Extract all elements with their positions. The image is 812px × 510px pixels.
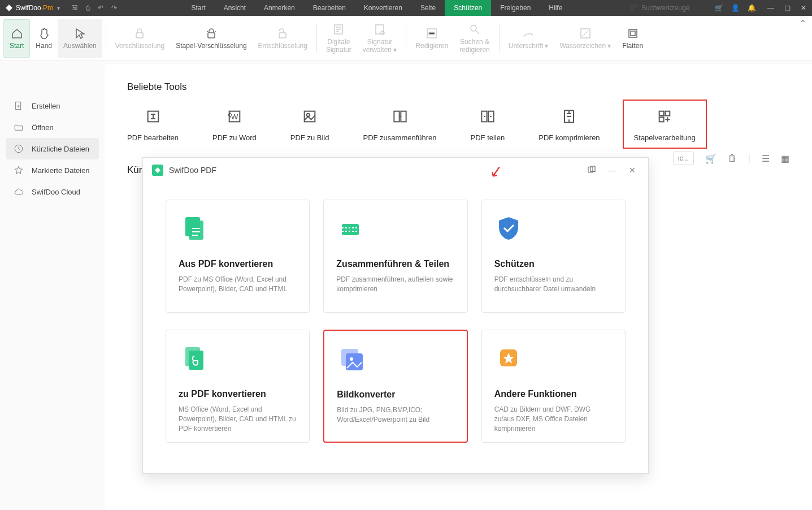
svg-rect-3 [136, 33, 143, 38]
split-icon [336, 214, 364, 242]
menu-ansicht[interactable]: Ansicht [215, 0, 255, 16]
ribbon-entschl-sselung[interactable]: Entschlüsselung [253, 19, 313, 58]
svg-rect-12 [581, 29, 590, 38]
tool-stapelverarbeitung[interactable]: Stapelverarbeitung [623, 100, 707, 149]
app-dropdown-icon[interactable]: ▾ [57, 5, 60, 11]
menu-freigeben[interactable]: Freigeben [491, 0, 540, 16]
cart-icon[interactable]: 🛒 [715, 4, 723, 12]
svg-rect-34 [189, 221, 203, 240]
menu-anmerken[interactable]: Anmerken [255, 0, 304, 16]
grid-search-icon [630, 4, 638, 12]
save-icon[interactable]: 🖫 [71, 4, 78, 12]
cart2-icon[interactable]: 🛒 [705, 153, 717, 164]
menu-seite[interactable]: Seite [411, 0, 445, 16]
sidebar-item--ffnen[interactable]: Öffnen [0, 116, 105, 138]
file-plus-icon [14, 101, 24, 111]
quick-access: 🖫 ⎙ ↶ ↷ [64, 4, 124, 12]
sidebar-item-k-rzliche-dateien[interactable]: Kürzliche Dateien [6, 138, 99, 159]
main-menu: StartAnsichtAnmerkenBearbeitenKonvertier… [124, 0, 630, 16]
dialog-logo-icon [152, 165, 163, 176]
grid-view-icon[interactable]: ▦ [781, 153, 789, 164]
bell-icon[interactable]: 🔔 [748, 4, 756, 12]
menu-start[interactable]: Start [182, 0, 214, 16]
ribbon-hand[interactable]: Hand [30, 19, 58, 58]
maximize-icon[interactable]: ▢ [784, 4, 791, 12]
ribbon-ausw-hlen[interactable]: Auswählen [58, 19, 102, 58]
svg-rect-28 [666, 111, 670, 116]
svg-text:W: W [231, 113, 238, 121]
tool-icon: W [225, 107, 244, 126]
tool-icon [479, 107, 497, 126]
sidebar-item-markierte-dateien[interactable]: Markierte Dateien [0, 159, 105, 181]
dialog-minimize-icon[interactable]: — [605, 163, 620, 177]
pdf-icon [179, 344, 207, 372]
ribbon-redigieren[interactable]: Redigieren [410, 19, 454, 58]
ribbon-start[interactable]: Start [3, 19, 30, 58]
menu-konvertieren[interactable]: Konvertieren [355, 0, 411, 16]
menu-schützen[interactable]: Schützen [445, 0, 491, 16]
card-zusammenf-hren-teilen[interactable]: Zusammenführen & TeilenPDF zusammenführe… [323, 200, 467, 313]
print-icon[interactable]: ⎙ [86, 4, 90, 12]
ribbon-flatten[interactable]: Flatten [616, 19, 649, 58]
close-icon[interactable]: ✕ [801, 4, 806, 12]
card-sch-tzen[interactable]: SchützenPDF entschlüsseln und zu durchsu… [481, 200, 626, 313]
ribbon-digitale-signatur[interactable]: Digitale Signatur [320, 19, 357, 58]
redigieren-icon [425, 27, 438, 40]
sidebar-item-erstellen[interactable]: Erstellen [0, 95, 105, 116]
ribbon-stapel-verschl-sselung[interactable]: Stapel-Verschlüsselung [170, 19, 252, 58]
svg-rect-14 [631, 31, 635, 36]
tool-icon [391, 107, 409, 126]
dialog-close-icon[interactable]: ✕ [626, 163, 639, 177]
delete-icon[interactable]: 🗑 [728, 153, 737, 163]
tool-pdf-zusammenf-hren[interactable]: PDF zusammenführen [363, 106, 436, 142]
tool-icon [560, 107, 578, 126]
popular-tools: PDF bearbeitenWPDF zu WordPDF zu BildPDF… [127, 106, 789, 142]
minimize-icon[interactable]: — [767, 4, 774, 12]
ribbon-verschl-sselung[interactable]: Verschlüsselung [110, 19, 170, 58]
app-logo: SwifDoo·Pro ▾ [0, 3, 64, 12]
tool-pdf-zu-bild[interactable]: PDF zu Bild [290, 106, 329, 142]
tool-icon [655, 107, 674, 126]
dialog-body: Aus PDF konvertierenPDF zu MS Office (Wo… [143, 183, 648, 460]
menu-hilfe[interactable]: Hilfe [540, 0, 571, 16]
card-andere-funktionen[interactable]: Andere FunktionenCAD zu Bildern und DWF,… [481, 330, 626, 443]
redo-icon[interactable]: ↷ [111, 4, 117, 12]
doc-icon [179, 214, 207, 242]
card-bildkonverter[interactable]: BildkonverterBild zu JPG, PNG,BMP,ICO; W… [323, 330, 467, 443]
collapse-ribbon-icon[interactable]: ⌃ [799, 18, 806, 29]
ribbon-suchen-redigieren[interactable]: Suchen & redigieren [454, 19, 495, 58]
ribbon-unterschrift[interactable]: Unterschrift ▾ [503, 19, 554, 58]
ribbon-wasserzeichen[interactable]: Wasserzeichen ▾ [554, 19, 616, 58]
app-name: SwifDoo·Pro [16, 4, 54, 12]
list-view-icon[interactable]: ☰ [762, 153, 770, 164]
tools-title: Beliebte Tools [127, 81, 789, 93]
user-icon[interactable]: 👤 [731, 4, 740, 12]
tool-pdf-zu-word[interactable]: WPDF zu Word [212, 106, 257, 142]
menu-bearbeiten[interactable]: Bearbeiten [304, 0, 355, 16]
titlebar: SwifDoo·Pro ▾ 🖫 ⎙ ↶ ↷ StartAnsichtAnmerk… [0, 0, 812, 16]
ribbon-signatur-verwalten[interactable]: Signatur verwalten ▾ [357, 19, 403, 58]
tool-pdf-teilen[interactable]: PDF teilen [471, 106, 505, 142]
window-controls: — ▢ ✕ [762, 4, 812, 12]
search-input[interactable] [641, 4, 704, 12]
dialog-titlebar: SwifDoo PDF — ✕ [143, 158, 648, 183]
hand-icon [37, 27, 51, 40]
svg-rect-2 [631, 8, 633, 11]
signatur-verwalten-icon [373, 23, 387, 36]
undo-icon[interactable]: ↶ [98, 4, 103, 12]
card-zu-pdf-konvertieren[interactable]: zu PDF konvertierenMS Office (Word, Exce… [166, 330, 310, 443]
svg-rect-13 [629, 29, 637, 37]
tool-pdf-komprimieren[interactable]: PDF komprimieren [539, 106, 600, 142]
recent-toolbar: ıc... 🛒 🗑 | ☰ ▦ [673, 152, 790, 165]
sidebar-item-swifdoo-cloud[interactable]: SwifDoo Cloud [0, 181, 105, 202]
unterschrift-icon [522, 27, 535, 40]
search-tools[interactable] [630, 4, 704, 12]
ribbon: ⌃ StartHandAuswählenVerschlüsselungStape… [0, 16, 812, 61]
tool-pdf-bearbeiten[interactable]: PDF bearbeiten [127, 106, 179, 142]
svg-rect-20 [305, 111, 315, 122]
svg-rect-29 [659, 117, 664, 122]
titlebar-right: 🛒 👤 🔔 [709, 4, 762, 12]
dialog-tab-icon[interactable] [584, 163, 600, 178]
search-partial[interactable]: ıc... [673, 152, 694, 165]
card-aus-pdf-konvertieren[interactable]: Aus PDF konvertierenPDF zu MS Office (Wo… [166, 200, 310, 313]
